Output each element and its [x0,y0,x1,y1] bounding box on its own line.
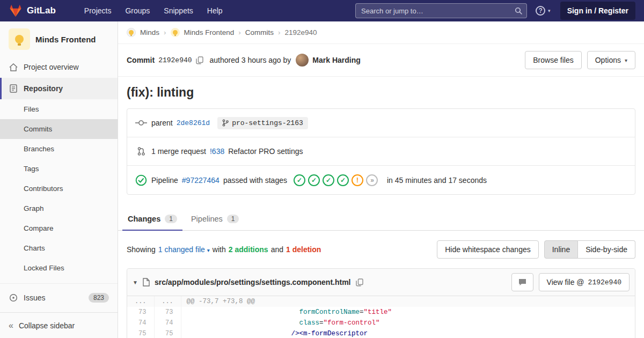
project-avatar-small [171,28,180,37]
commit-sha: 2192e940 [158,56,192,64]
breadcrumb-separator: › [238,28,241,36]
comment-bubble-icon [518,278,526,286]
nav-item-projects[interactable]: Projects [77,0,119,21]
author-name-link[interactable]: Mark Harding [312,56,360,64]
new-line-ellipsis: ... [154,296,181,307]
collapse-sidebar-label: Collapse sidebar [19,321,75,330]
parent-sha-link[interactable]: 2de8261d [177,119,210,127]
lightbulb-icon [129,30,134,35]
author-avatar[interactable] [296,54,309,67]
pipeline-stage-passed-icon[interactable]: ✓ [323,174,334,186]
nav-item-groups[interactable]: Groups [118,0,157,21]
lightbulb-icon [15,35,24,43]
issues-icon [9,293,18,302]
pipeline-stage-skipped-icon[interactable]: » [366,174,378,186]
sidebar-item-issues[interactable]: Issues 823 [0,287,118,308]
search-icon [515,7,522,14]
search-box [355,3,527,18]
question-icon: ? [536,6,545,16]
project-avatar[interactable] [9,28,30,50]
diff-hunk-row: ......@@ -73,7 +73,8 @@ [127,296,635,307]
view-file-button[interactable]: View file @ 2192e940 [539,273,630,291]
pipeline-stage-passed-icon[interactable]: ✓ [337,174,349,186]
authored-text: authored 3 hours ago by [210,56,291,64]
commit-meta-box: parent 2de8261d pro-settings-2163 [127,108,635,195]
copy-commit-sha-button[interactable] [196,56,203,64]
repository-submenu: Files Commits Branches Tags Contributors… [0,99,118,278]
old-line-number[interactable]: 75 [127,328,154,338]
breadcrumb-commits-link[interactable]: Commits [245,28,274,36]
collapse-diff-caret-icon[interactable]: ▼ [133,280,138,285]
sidebar-item-label: Repository [24,84,63,93]
breadcrumb-project-link[interactable]: Minds Frontend [184,28,235,36]
sidebar-item-label: Issues [24,293,45,302]
sidebar-item-contributors[interactable]: Contributors [0,179,118,199]
branch-ref-chip[interactable]: pro-settings-2163 [217,117,308,129]
new-line-number[interactable]: 75 [154,328,181,338]
old-line-number[interactable]: 74 [127,318,154,328]
diff-file-actions: View file @ 2192e940 [511,273,630,291]
pipeline-row: Pipeline #97227464 passed with stages ✓✓… [127,166,635,194]
tab-pipelines[interactable]: Pipelines 1 [186,209,245,230]
toggle-comments-button[interactable] [511,273,533,291]
help-dropdown[interactable]: ? ▾ [536,6,551,16]
sidebar-item-compare[interactable]: Compare [0,218,118,238]
sidebar-item-locked-files[interactable]: Locked Files [0,258,118,278]
breadcrumb-group-link[interactable]: Minds [140,28,159,36]
sidebar-item-files[interactable]: Files [0,99,118,119]
nav-item-help[interactable]: Help [200,0,230,21]
changed-files-label: 1 changed file [158,245,205,254]
options-dropdown-button[interactable]: Options ▾ [587,51,635,69]
tanuki-logo-icon [9,4,23,17]
pipeline-stage-warning-icon[interactable]: ! [352,174,363,186]
and-label: and [271,245,283,254]
tab-changes[interactable]: Changes 1 [122,209,182,230]
pipeline-stage-passed-icon[interactable]: ✓ [294,174,305,186]
sidebar-item-branches[interactable]: Branches [0,139,118,159]
inline-view-button[interactable]: Inline [544,240,578,259]
side-by-side-view-button[interactable]: Side-by-side [578,240,635,259]
diff-toolbar: Showing 1 changed file ▾ with 2 addition… [118,231,644,268]
status-passed-icon [135,174,148,186]
pipeline-stage-passed-icon[interactable]: ✓ [308,174,320,186]
collapse-sidebar-button[interactable]: « Collapse sidebar [0,312,118,338]
diff-file-path[interactable]: src/app/modules/pro/settings/settings.co… [155,278,351,286]
file-icon [143,278,150,286]
sidebar-item-commits[interactable]: Commits [0,119,118,139]
sidebar-item-graph[interactable]: Graph [0,199,118,218]
double-chevron-left-icon: « [9,321,13,330]
project-name[interactable]: Minds Frontend [35,35,96,44]
sign-in-button[interactable]: Sign in / Register [560,2,635,20]
sidebar-item-charts[interactable]: Charts [0,238,118,258]
gitlab-home-link[interactable]: GitLab [9,4,56,17]
diff-file: ▼ src/app/modules/pro/settings/settings.… [127,268,635,338]
merge-request-link[interactable]: !638 [210,147,224,156]
branch-name: pro-settings-2163 [232,119,303,127]
commit-header: Commit 2192e940 authored 3 hours ago by … [118,44,644,77]
hide-whitespace-button[interactable]: Hide whitespace changes [437,240,539,259]
breadcrumb-separator: › [278,28,281,36]
tab-count-badge: 1 [165,215,177,223]
search-input[interactable] [355,3,527,18]
sidebar-item-tags[interactable]: Tags [0,159,118,179]
diff-line-row: 7575 /><m-formDescriptor [127,328,635,338]
old-line-number[interactable]: 73 [127,307,154,318]
sidebar-item-project-overview[interactable]: Project overview [0,56,118,78]
new-line-number[interactable]: 74 [154,318,181,328]
copy-file-path-button[interactable] [356,278,363,286]
diff-line-row: 7474 class="form-control" [127,318,635,328]
view-file-label: View file @ [547,278,584,286]
nav-item-snippets[interactable]: Snippets [157,0,200,21]
pipeline-id-link[interactable]: #97227464 [182,176,219,185]
changed-files-dropdown[interactable]: 1 changed file ▾ [158,245,210,254]
pipeline-duration: in 45 minutes and 17 seconds [387,176,487,185]
sidebar-section-divider: Issues 823 [0,283,118,308]
chevron-down-icon: ▾ [207,247,210,253]
sidebar-item-repository[interactable]: Repository [0,78,118,99]
commit-actions: Browse files Options ▾ [525,51,635,69]
browse-files-button[interactable]: Browse files [525,51,581,69]
diff-table: ......@@ -73,7 +73,8 @@7373 formControlN… [127,296,635,338]
new-line-number[interactable]: 73 [154,307,181,318]
brand-name: GitLab [27,5,56,16]
merge-request-title: Refactor PRO settings [228,147,303,156]
